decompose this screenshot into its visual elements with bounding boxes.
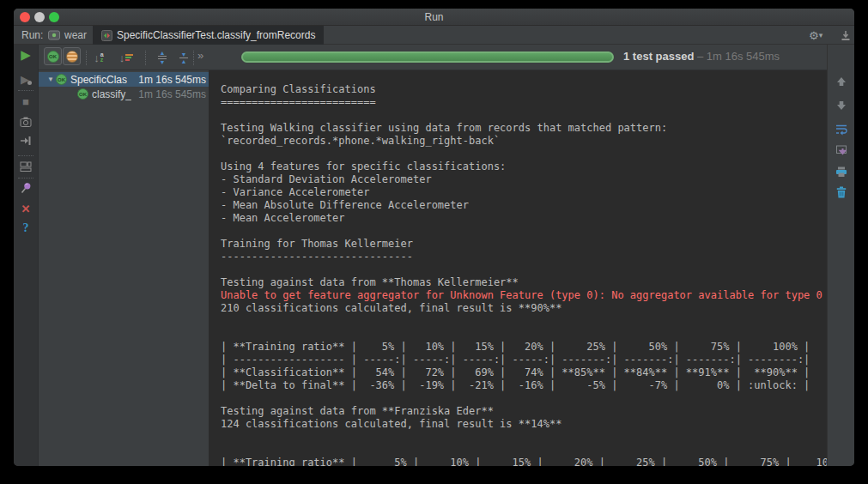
module-icon — [48, 30, 60, 40]
collapse-all-button[interactable]: ▼▲ — [176, 50, 191, 65]
tab-wear-label: wear — [64, 29, 87, 41]
toolbar-separator — [193, 51, 194, 65]
sort-az-icon: az — [100, 52, 104, 63]
run-tool-window: Run Run: wear SpecificClassifierTest.cla… — [14, 9, 854, 466]
duration-bars-icon — [125, 54, 133, 61]
console-line: ========================= — [221, 96, 827, 109]
more-actions-chevron[interactable]: » — [197, 49, 203, 62]
soft-wrap-button[interactable] — [835, 122, 848, 136]
title-bar[interactable]: Run — [14, 9, 854, 26]
console-line: | **Classification** | 54% | 72% | 69% |… — [221, 366, 827, 379]
passed-ok-icon: OK — [47, 51, 59, 63]
toolbar-separator — [18, 90, 33, 91]
console-line: ------------------------------- — [221, 251, 827, 263]
next-occurrence-button[interactable] — [835, 99, 848, 112]
test-tree: ▼OKSpecificClas1m 16s 545msOKclassify_1m… — [39, 70, 209, 466]
soft-wrap-icon — [835, 122, 848, 136]
toolbar-separator — [18, 155, 33, 156]
toolbar-separator — [18, 178, 33, 178]
close-icon: ✕ — [21, 203, 31, 215]
test-status: 1 test passed – 1m 16s 545ms — [623, 50, 780, 63]
progress-bar — [241, 51, 614, 63]
rerun-failed-tests-button[interactable]: ▶ — [19, 73, 33, 87]
chevron-down-icon: ▾ — [819, 31, 823, 39]
console-line: - Standard Deviation Accelerometer — [221, 173, 827, 186]
screenshot-stage: Run Run: wear SpecificClassifierTest.cla… — [0, 0, 868, 484]
stop-button[interactable]: ■ — [19, 94, 33, 108]
close-tab-button[interactable]: ✕ — [19, 202, 33, 215]
console-line: Testing against data from **Thomas Kelle… — [221, 276, 827, 289]
attach-process-button[interactable] — [19, 134, 33, 148]
arrow-down-icon — [835, 100, 847, 112]
window-zoom-button[interactable] — [49, 12, 59, 22]
console-line: Using 4 features for specific classifica… — [221, 160, 827, 173]
console-line — [221, 263, 827, 276]
status-passed-text: 1 test passed — [623, 50, 694, 63]
console-line — [221, 392, 827, 405]
prev-occurrence-button[interactable] — [835, 75, 848, 88]
tree-row-label: classify_ — [92, 88, 131, 100]
console-line — [221, 109, 827, 122]
console-output[interactable]: Comparing Classifications===============… — [209, 70, 827, 466]
toolbar-separator — [86, 51, 87, 65]
console-line — [221, 444, 827, 457]
layout-icon — [19, 160, 33, 173]
console-line — [221, 431, 827, 444]
show-ignored-toggle[interactable] — [63, 47, 81, 65]
expand-arrow-icon[interactable]: ▼ — [47, 76, 56, 83]
gear-icon: ⚙ — [809, 29, 819, 42]
arrow-up-icon — [835, 76, 847, 88]
console-line: Testing Walking classifier using data fr… — [221, 122, 827, 135]
test-run-icon — [101, 30, 112, 41]
expand-all-icon: ▲▼ — [158, 51, 167, 64]
console-line: Training for Thomas Kellermeier — [221, 238, 827, 251]
console-line: `recorded_records.*phone.*walking_right-… — [221, 135, 827, 148]
sort-arrow-icon: ↓ — [119, 52, 125, 64]
expand-all-button[interactable]: ▲▼ — [155, 50, 170, 65]
console-line: | ------------------ | -----:| -----:| -… — [221, 354, 827, 366]
console-line: Testing against data from **Franziska Ed… — [221, 405, 827, 418]
console-line — [221, 225, 827, 238]
test-passed-ok-icon: OK — [56, 74, 67, 85]
scroll-to-end-button[interactable] — [835, 143, 848, 157]
settings-gear-button[interactable]: ⚙▾ — [809, 28, 833, 42]
clear-all-button[interactable] — [835, 185, 848, 199]
console-error-line: Unable to get feature aggregator for Unk… — [221, 289, 827, 302]
help-icon: ? — [23, 221, 29, 235]
print-button[interactable] — [835, 165, 848, 178]
test-toolbar: OK ↓ az ↓ ▲▼ — [39, 45, 827, 70]
tab-wear[interactable]: wear — [39, 26, 95, 45]
pin-icon — [19, 181, 33, 195]
console-line: 210 classifications calculated, final re… — [221, 302, 827, 315]
screen-capture-button[interactable] — [19, 115, 33, 129]
scroll-to-end-icon — [835, 143, 848, 157]
camera-icon — [19, 115, 33, 129]
window-close-button[interactable] — [20, 12, 30, 22]
run-left-toolbar: ▶ ▶ ■ — [14, 45, 39, 466]
tree-row-duration: 1m 16s 545ms — [133, 74, 206, 86]
rerun-button[interactable]: ▶ — [19, 48, 33, 62]
restore-layout-button[interactable] — [19, 160, 33, 173]
console-line: | **Training ratio** | 5% | 10% | 15% | … — [221, 457, 827, 466]
sort-arrow-icon: ↓ — [94, 52, 100, 64]
sort-by-duration-button[interactable]: ↓ — [118, 50, 134, 65]
console-right-toolbar — [827, 45, 854, 466]
console-line: - Mean Absolute Difference Accelerometer — [221, 199, 827, 212]
window-minimize-button[interactable] — [34, 12, 45, 22]
console-line: - Variance Accelerometer — [221, 186, 827, 199]
pin-tab-button[interactable] — [19, 181, 33, 195]
tree-row[interactable]: ▼OKSpecificClas1m 16s 545ms — [39, 72, 209, 87]
dock-down-icon — [840, 29, 852, 41]
sort-alphabetically-button[interactable]: ↓ az — [91, 50, 106, 65]
play-icon: ▶ — [21, 47, 31, 63]
trash-icon — [835, 185, 848, 199]
hide-passed-toggle[interactable]: OK — [44, 47, 62, 65]
window-title: Run — [424, 11, 443, 23]
tree-row[interactable]: OKclassify_1m 16s 545ms — [39, 87, 209, 101]
tab-specific-classifier-test[interactable]: SpecificClassifierTest.classify_fromReco… — [93, 26, 324, 45]
help-button[interactable]: ? — [19, 221, 33, 235]
hide-panel-button[interactable] — [840, 29, 852, 41]
console-line: | **Training ratio** | 5% | 10% | 15% | … — [221, 341, 827, 354]
tree-row-duration: 1m 16s 545ms — [133, 88, 206, 100]
enter-arrow-icon — [19, 134, 33, 148]
